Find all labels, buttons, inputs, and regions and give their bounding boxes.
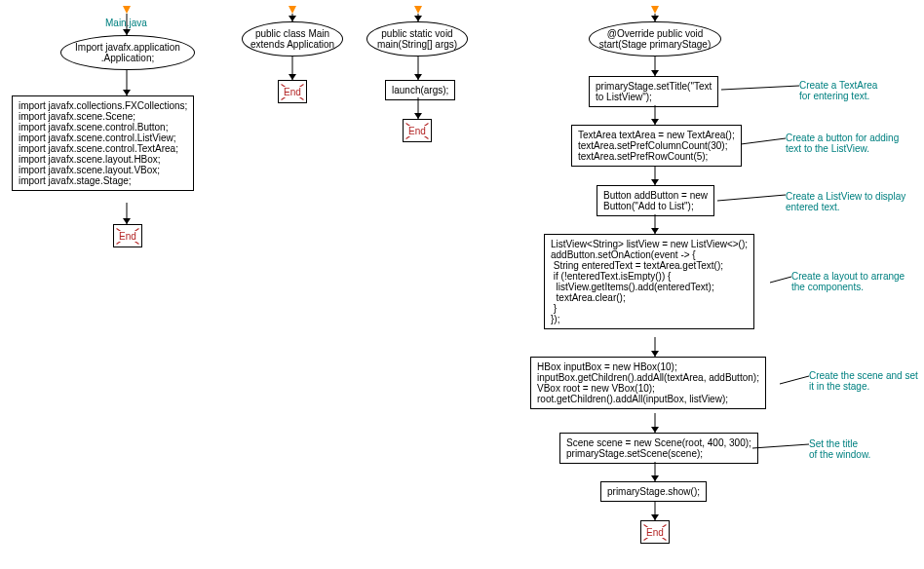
node-settitle: primaryStage.setTitle("Text to ListView"… [589, 76, 718, 107]
node-scene: Scene scene = new Scene(root, 400, 300);… [559, 433, 758, 464]
node-launch: launch(args); [385, 80, 455, 100]
end-text: End [407, 126, 427, 136]
entry-marker [414, 6, 422, 14]
node-show: primaryStage.show(); [600, 481, 707, 502]
node-imports-list: import javafx.collections.FXCollections;… [12, 95, 194, 191]
entry-marker [651, 6, 659, 14]
svg-line-35 [741, 138, 786, 144]
annot-scene: Create the scene and set it in the stage… [809, 370, 918, 392]
annot-textarea: Create a TextArea for entering text. [799, 80, 877, 101]
end-node: End [403, 119, 432, 142]
end-node: End [640, 520, 670, 544]
node-textarea: TextArea textArea = new TextArea(); text… [571, 125, 742, 167]
node-class-main: public class Main extends Application [242, 21, 343, 57]
annot-title: Set the title of the window. [809, 438, 870, 460]
end-node: End [113, 224, 142, 247]
annot-listview: Create a ListView to display entered tex… [786, 191, 905, 212]
svg-line-38 [780, 376, 809, 384]
end-text: End [645, 527, 665, 538]
file-label: Main.java [105, 18, 147, 28]
entry-marker [123, 6, 131, 14]
entry-marker [289, 6, 296, 14]
node-listview: ListView<String> listView = new ListView… [544, 234, 754, 329]
svg-line-39 [752, 444, 809, 448]
end-node: End [278, 80, 307, 103]
node-main-method: public static void main(String[] args) [366, 21, 468, 57]
svg-line-34 [721, 86, 799, 90]
annot-layout: Create a layout to arrange the component… [791, 271, 905, 292]
svg-line-36 [717, 195, 786, 201]
node-start-method: @Override public void start(Stage primar… [589, 21, 721, 57]
annot-button: Create a button for adding text to the L… [786, 133, 899, 154]
end-text: End [283, 87, 302, 97]
node-import-app: Import javafx.application .Application; [60, 35, 195, 70]
node-addbutton: Button addButton = new Button("Add to Li… [597, 185, 714, 216]
end-text: End [118, 231, 137, 242]
node-layout: HBox inputBox = new HBox(10); inputBox.g… [530, 357, 766, 409]
connectors [0, 0, 924, 569]
svg-line-37 [770, 277, 791, 283]
